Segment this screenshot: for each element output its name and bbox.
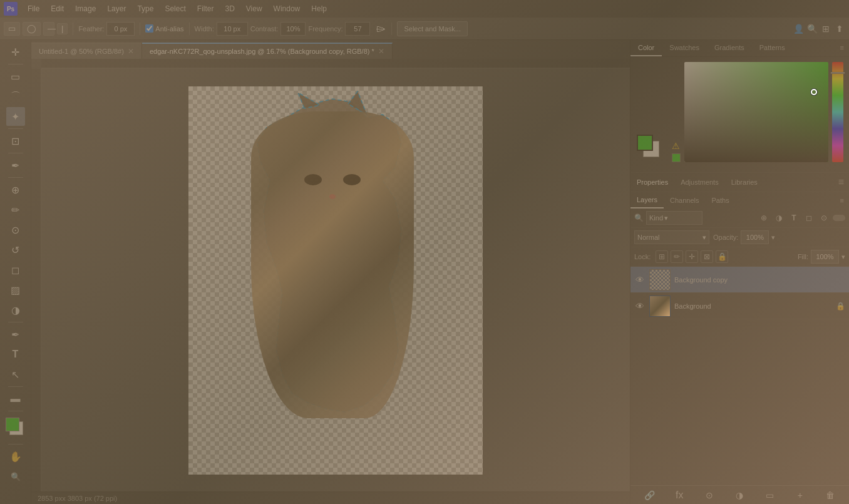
right-panel: Color Swatches Gradients Patterns ≡ ⚠ bbox=[630, 40, 849, 504]
main-content: ✛ ▭ ⌒ ✦ ⊡ ✒ ⊕ ✏ ⊙ ↺ ◻ ▨ ◑ ✒ T ↖ ▬ ✋ 🔍 bbox=[0, 40, 849, 504]
layer-item-background-copy[interactable]: 👁 Background copy bbox=[630, 267, 849, 293]
layer-thumb-bg-copy bbox=[649, 269, 671, 291]
layer-thumb-image bbox=[649, 269, 671, 291]
layers-list: 👁 Background copy 👁 Background 🔒 bbox=[630, 267, 849, 485]
layer-thumb-bg-image bbox=[650, 296, 670, 316]
layer-thumb-bg bbox=[649, 296, 671, 317]
